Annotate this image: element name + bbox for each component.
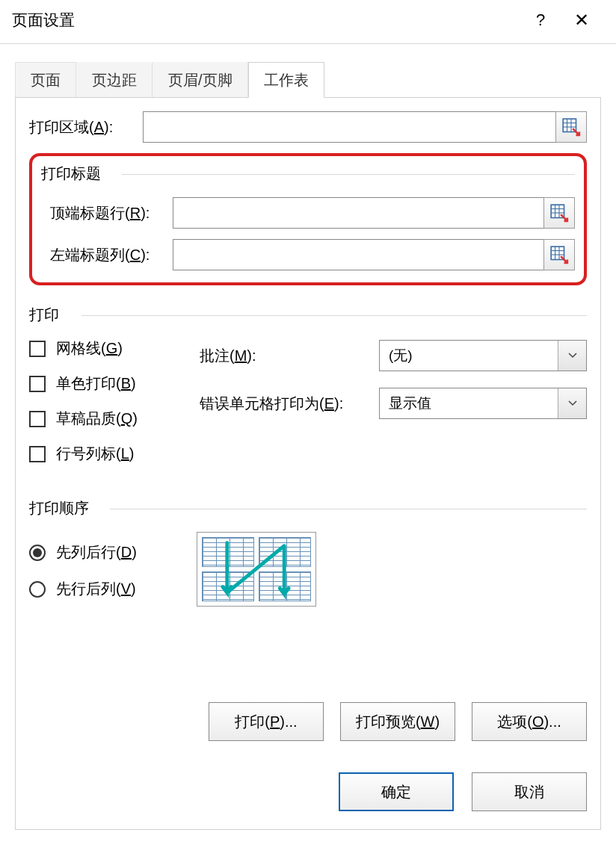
tab-sheet[interactable]: 工作表 bbox=[248, 62, 324, 98]
order-over-then-down-radio[interactable]: 先行后列(V) bbox=[29, 579, 179, 599]
print-preview-button[interactable]: 打印预览(W) bbox=[340, 702, 455, 741]
chevron-down-icon bbox=[558, 388, 586, 418]
range-picker-icon bbox=[549, 245, 569, 264]
print-area-input[interactable] bbox=[143, 111, 555, 143]
draft-checkbox[interactable]: 草稿品质(Q) bbox=[29, 409, 186, 429]
tab-header-footer[interactable]: 页眉/页脚 bbox=[153, 62, 248, 97]
comments-label: 批注(M): bbox=[200, 346, 379, 366]
cancel-button[interactable]: 取消 bbox=[472, 772, 587, 811]
print-order-group: 打印顺序 先列后行(D) 先行后列(V) bbox=[29, 491, 587, 616]
help-button[interactable]: ? bbox=[522, 5, 559, 35]
print-button[interactable]: 打印(P)... bbox=[209, 702, 324, 741]
title-rows-row: 顶端标题行(R): bbox=[41, 197, 575, 229]
dialog-footer: 确定 取消 bbox=[339, 772, 587, 811]
action-buttons: 打印(P)... 打印预览(W) 选项(O)... bbox=[209, 702, 587, 741]
options-button[interactable]: 选项(O)... bbox=[472, 702, 587, 741]
title-cols-picker[interactable] bbox=[543, 239, 575, 270]
errors-select[interactable]: 显示值 bbox=[379, 388, 587, 419]
tab-bar: 页面 页边距 页眉/页脚 工作表 bbox=[15, 62, 601, 98]
radio-icon bbox=[29, 581, 46, 598]
print-order-illustration bbox=[197, 532, 316, 607]
print-area-label: 打印区域(A): bbox=[29, 117, 143, 137]
comments-value: (无) bbox=[380, 346, 558, 365]
print-options-label: 打印 bbox=[29, 305, 587, 325]
print-order-label: 打印顺序 bbox=[29, 498, 587, 518]
dialog-content: 页面 页边距 页眉/页脚 工作表 打印区域(A): bbox=[0, 44, 616, 830]
order-down-then-over-radio[interactable]: 先列后行(D) bbox=[29, 542, 179, 562]
checkbox-icon bbox=[29, 411, 46, 427]
title-rows-picker[interactable] bbox=[543, 197, 575, 229]
errors-label: 错误单元格打印为(E): bbox=[200, 394, 379, 414]
monochrome-checkbox[interactable]: 单色打印(B) bbox=[29, 373, 186, 394]
rowcol-headings-checkbox[interactable]: 行号列标(L) bbox=[29, 444, 186, 464]
checkbox-icon bbox=[29, 446, 46, 462]
dialog-title: 页面设置 bbox=[12, 10, 522, 31]
tab-page[interactable]: 页面 bbox=[15, 62, 76, 97]
print-area-picker[interactable] bbox=[555, 111, 587, 143]
close-button[interactable]: ✕ bbox=[559, 5, 604, 35]
print-options-group: 打印 网格线(G) 单色打印(B) 草稿品质(Q) bbox=[29, 297, 587, 479]
checkbox-icon bbox=[29, 341, 46, 357]
title-rows-label: 顶端标题行(R): bbox=[41, 203, 173, 223]
print-titles-group-label: 打印标题 bbox=[41, 164, 575, 184]
chevron-down-icon bbox=[558, 341, 586, 371]
errors-value: 显示值 bbox=[380, 394, 558, 413]
print-titles-highlight: 打印标题 顶端标题行(R): bbox=[29, 153, 587, 285]
checkbox-icon bbox=[29, 376, 46, 392]
ok-button[interactable]: 确定 bbox=[339, 772, 454, 811]
title-rows-input[interactable] bbox=[173, 197, 543, 229]
print-area-row: 打印区域(A): bbox=[29, 111, 587, 143]
dialog-titlebar: 页面设置 ? ✕ bbox=[0, 0, 616, 43]
title-cols-label: 左端标题列(C): bbox=[41, 245, 173, 265]
radio-icon bbox=[29, 545, 46, 561]
gridlines-checkbox[interactable]: 网格线(G) bbox=[29, 338, 186, 359]
range-picker-icon bbox=[561, 117, 581, 137]
title-cols-row: 左端标题列(C): bbox=[41, 239, 575, 270]
tab-margins[interactable]: 页边距 bbox=[76, 62, 153, 97]
sheet-panel: 打印区域(A): 打印标题 顶端标题行(R): bbox=[15, 98, 601, 830]
range-picker-icon bbox=[549, 203, 569, 223]
comments-select[interactable]: (无) bbox=[379, 340, 587, 371]
title-cols-input[interactable] bbox=[173, 239, 543, 270]
